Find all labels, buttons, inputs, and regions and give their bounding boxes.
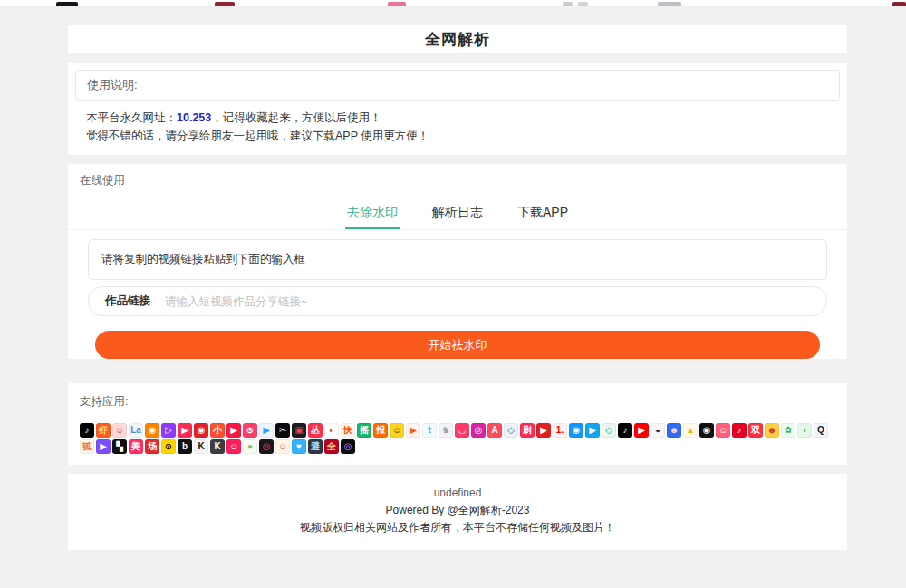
footer-card: undefined Powered By @全网解析-2023 视频版权归相关网… <box>68 474 847 550</box>
footer-line-undefined: undefined <box>68 485 847 502</box>
app-icon-weishi: ⊙ <box>243 423 257 438</box>
bookmark-favicon-fragment-7[interactable] <box>892 2 906 6</box>
apps-row-1: ♪虾☺La◉▷▶◉小▶⊙▶✂▣丛◐快摇报☺▶t♞◡◎A◇刷▶1.◉▶◇♪▶◒☻▲… <box>80 423 835 438</box>
app-icon-melon: ✿ <box>781 423 795 438</box>
app-icon-checker: ▚ <box>112 439 127 454</box>
app-icon-netease-music: ♪ <box>732 423 747 438</box>
bookmark-favicon-fragment-5[interactable] <box>578 2 588 6</box>
app-icon-suike: ▷ <box>161 423 176 438</box>
app-icon-fox: 狐 <box>80 439 94 454</box>
app-icon-douyin-lite: ▶ <box>178 423 192 438</box>
tab-parse-log[interactable]: 解析日志 <box>430 198 485 229</box>
app-icon-soul: ☻ <box>667 423 681 438</box>
usage-line1: 本平台永久网址：10.253，记得收藏起来，方便以后使用！ <box>86 109 829 127</box>
app-icon-k-dark: K <box>210 439 225 454</box>
apps-row-2: 狐▶▚美场⊙bKK☺●◎☺♥避全◎ <box>80 439 835 454</box>
app-icon-mouth-black: ◎ <box>259 439 274 454</box>
app-icon-monkey: ☺ <box>275 439 290 454</box>
app-icon-qq-video: ▶ <box>585 423 600 438</box>
app-icon-b-app: b <box>178 439 192 454</box>
app-icon-bifeng: 避 <box>308 439 323 454</box>
start-remove-watermark-button[interactable]: 开始祛水印 <box>95 331 820 359</box>
usage-body: 本平台永久网址：10.253，记得收藏起来，方便以后使用！ 觉得不错的话，请分享… <box>75 101 840 155</box>
app-icon-meitu: 美 <box>129 439 143 454</box>
app-icon-haokan: ◉ <box>194 423 208 438</box>
usage-line1-prefix: 本平台永久网址： <box>86 111 177 124</box>
app-icon-jianying: ✂ <box>275 423 290 438</box>
app-icon-purple-play: ▶ <box>96 439 111 454</box>
page-container: 全网解析 使用说明: 本平台永久网址：10.253，记得收藏起来，方便以后使用！… <box>68 25 847 550</box>
app-icon-xiaoshipin: 小 <box>210 423 225 438</box>
app-icon-pipi-funny: ☺ <box>112 423 127 438</box>
app-icon-red-play: ▶ <box>536 423 551 438</box>
app-icon-huoshan: 虾 <box>96 423 111 438</box>
app-icon-blue-dot: ◉ <box>569 423 583 438</box>
app-icon-douyin: ♪ <box>80 423 94 438</box>
app-icon-lvzhou: ◇ <box>602 423 616 438</box>
app-icon-kge: ◡ <box>455 423 469 438</box>
app-icon-melon-ball: ● <box>243 439 257 454</box>
app-icon-weibo: ◉ <box>145 423 159 438</box>
supported-apps-card: 支持应用: ♪虾☺La◉▷▶◉小▶⊙▶✂▣丛◐快摇报☺▶t♞◡◎A◇刷▶1.◉▶… <box>68 383 847 465</box>
tab-download-app[interactable]: 下载APP <box>516 198 570 229</box>
app-icon-pipi-red: ☺ <box>716 423 730 438</box>
tab-bar: 去除水印 解析日志 下载APP <box>68 198 847 230</box>
link-input-row: 作品链接 <box>88 286 827 316</box>
app-icon-changku: 场 <box>145 439 159 454</box>
video-link-input[interactable] <box>165 287 826 315</box>
app-icon-shuangshi: 双 <box>748 423 763 438</box>
app-icon-vue: ◎ <box>341 439 355 454</box>
app-icon-quan: 全 <box>324 439 339 454</box>
browser-bookmarks-strip <box>0 0 906 7</box>
app-icon-kuai: 快 <box>341 423 355 438</box>
app-icon-gray-app: ♞ <box>439 423 453 438</box>
supported-apps-label: 支持应用: <box>80 395 128 408</box>
online-use-label: 在线使用 <box>68 173 847 188</box>
online-use-card: 在线使用 去除水印 解析日志 下载APP 请将复制的视频链接粘贴到下面的输入框 … <box>68 164 847 359</box>
app-icon-quanmin: ▶ <box>226 423 241 438</box>
app-icon-kandian: ◉ <box>699 423 714 438</box>
bookmark-favicon-fragment-2[interactable] <box>215 2 235 6</box>
tab-remove-watermark[interactable]: 去除水印 <box>345 198 400 229</box>
bookmark-favicon-fragment-3[interactable] <box>388 2 406 6</box>
app-icon-heart-blue: ♥ <box>292 439 306 454</box>
app-icon-play-blue: ▶ <box>259 423 274 438</box>
app-icon-car-app: ◇ <box>504 423 518 438</box>
app-icon-music-black: ♪ <box>618 423 632 438</box>
app-icon-emoji-yellow: ☺ <box>390 423 404 438</box>
app-icon-kuaibao: 报 <box>373 423 388 438</box>
app-icon-meipai: ▲ <box>683 423 698 438</box>
footer-copyright: 视频版权归相关网站及作者所有，本平台不存储任何视频及图片！ <box>68 519 847 536</box>
usage-header[interactable]: 使用说明: <box>75 70 840 101</box>
bookmark-favicon-fragment-6[interactable] <box>658 2 681 6</box>
app-icon-penguin: Q <box>814 423 828 438</box>
paste-notice: 请将复制的视频链接粘贴到下面的输入框 <box>88 239 827 280</box>
permanent-url: 10.253 <box>177 111 211 124</box>
app-icon-cow-app: ◒ <box>651 423 665 438</box>
bookmark-favicon-fragment-1[interactable] <box>56 2 78 6</box>
usage-line2: 觉得不错的话，请分享给朋友一起用哦，建议下载APP 使用更方便！ <box>86 127 829 145</box>
app-icon-acfun: A <box>487 423 502 438</box>
link-input-label: 作品链接 <box>89 294 165 309</box>
footer-powered-by: Powered By @全网解析-2023 <box>68 502 847 519</box>
app-icon-youtube: ▶ <box>634 423 649 438</box>
usage-line1-suffix: ，记得收藏起来，方便以后使用！ <box>211 111 381 124</box>
app-icon-yidian: 1. <box>553 423 567 438</box>
app-icon-squid: ☺ <box>226 439 241 454</box>
app-icon-k-light: K <box>194 439 208 454</box>
app-icon-twitter: t <box>422 423 437 438</box>
header-card: 全网解析 <box>68 25 847 53</box>
app-icon-green-pill: ◗ <box>797 423 812 438</box>
app-icon-green-box: 摇 <box>357 423 371 438</box>
app-icon-instagram: ◎ <box>471 423 486 438</box>
bookmark-favicon-fragment-4[interactable] <box>563 2 573 6</box>
app-icon-kuaiying: ▣ <box>292 423 306 438</box>
usage-card: 使用说明: 本平台永久网址：10.253，记得收藏起来，方便以后使用！ 觉得不错… <box>68 63 847 155</box>
app-icon-shua: 刷 <box>520 423 535 438</box>
app-icon-lala: La <box>129 423 143 438</box>
app-icon-kaiyan: ⊙ <box>161 439 176 454</box>
app-icon-haokan-white: ▶ <box>406 423 420 438</box>
app-icon-kuaishou: ◐ <box>324 423 339 438</box>
app-icon-congshen: 丛 <box>308 423 323 438</box>
app-icon-face-yellow: ☻ <box>765 423 779 438</box>
